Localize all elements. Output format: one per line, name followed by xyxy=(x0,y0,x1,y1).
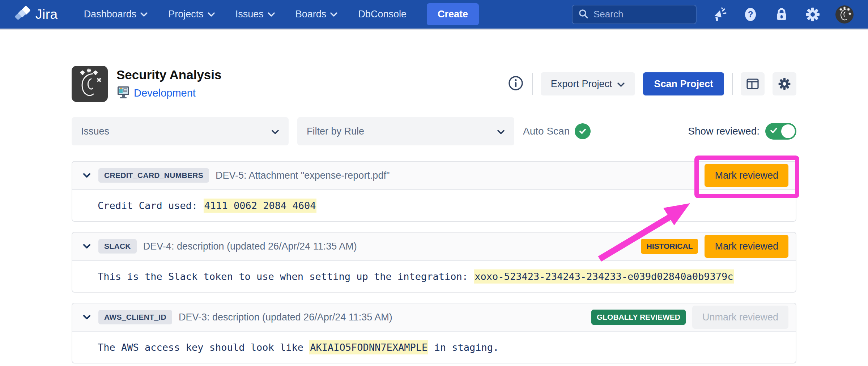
lock-icon[interactable] xyxy=(773,6,790,23)
finding-secret-highlight: xoxo-523423-234243-234233-e039d02840a0b9… xyxy=(474,269,734,284)
chevron-down-icon[interactable] xyxy=(82,173,91,178)
rule-filter-label: Filter by Rule xyxy=(307,126,364,137)
chevron-down-icon xyxy=(271,126,279,137)
nav-right-cluster: ? xyxy=(572,5,854,24)
finding-text: Credit Card used: 4111 0062 2084 4604 xyxy=(98,200,316,211)
filter-row: Issues Filter by Rule Auto Scan Show rev… xyxy=(72,117,796,145)
show-reviewed-control: Show reviewed: xyxy=(688,123,796,140)
nav-item-label: DbConsole xyxy=(358,9,407,20)
issues-filter-select[interactable]: Issues xyxy=(72,117,289,145)
project-meta: Security Analysis Development xyxy=(116,67,222,101)
finding-header: SLACK DEV-4: description (updated 26/Apr… xyxy=(72,233,796,261)
top-navigation: Jira Dashboards Projects Issues Boards xyxy=(0,0,868,30)
finding-text-prefix: Credit Card used: xyxy=(98,200,204,211)
project-header: Security Analysis Development xyxy=(72,66,796,102)
create-button[interactable]: Create xyxy=(427,3,479,25)
rule-filter-select[interactable]: Filter by Rule xyxy=(297,117,514,145)
nav-item-dbconsole[interactable]: DbConsole xyxy=(358,9,407,20)
mark-reviewed-button[interactable]: Mark reviewed xyxy=(705,235,788,258)
settings-icon[interactable] xyxy=(804,6,821,23)
chevron-down-icon xyxy=(330,12,338,17)
panel-layout-icon xyxy=(746,77,760,91)
nav-item-projects[interactable]: Projects xyxy=(168,9,215,20)
finding-content: This is the Slack token to use when sett… xyxy=(72,261,796,292)
finding-header: CREDIT_CARD_NUMBERS DEV-5: Attachment "e… xyxy=(72,162,796,190)
divider xyxy=(732,73,733,95)
chevron-down-icon xyxy=(207,12,215,17)
gear-icon xyxy=(777,77,792,91)
rule-badge: SLACK xyxy=(98,239,137,254)
finding-secret-highlight: 4111 0062 2084 4604 xyxy=(204,199,317,213)
search-input[interactable] xyxy=(593,9,690,20)
show-reviewed-label: Show reviewed: xyxy=(688,125,760,137)
chevron-down-icon xyxy=(267,12,275,17)
rule-badge: CREDIT_CARD_NUMBERS xyxy=(98,168,209,183)
auto-scan-label: Auto Scan xyxy=(523,125,570,137)
jira-logo[interactable]: Jira xyxy=(14,6,58,23)
info-icon[interactable] xyxy=(507,75,524,93)
nav-item-boards[interactable]: Boards xyxy=(295,9,338,20)
announcement-icon[interactable] xyxy=(711,6,728,23)
show-reviewed-toggle[interactable] xyxy=(765,123,796,140)
jira-mark-icon xyxy=(14,6,31,23)
finding-text: The AWS access key should look like AKIA… xyxy=(98,342,499,353)
finding-content: Credit Card used: 4111 0062 2084 4604 xyxy=(72,190,796,221)
export-project-button[interactable]: Export Project xyxy=(541,72,635,95)
finding-content: The AWS access key should look like AKIA… xyxy=(72,332,796,363)
finding-header: AWS_CLIENT_ID DEV-3: description (update… xyxy=(72,303,796,332)
help-icon[interactable]: ? xyxy=(742,6,759,23)
chevron-down-icon xyxy=(497,126,505,137)
auto-scan-status: Auto Scan xyxy=(523,123,591,139)
page-title: Security Analysis xyxy=(116,67,222,82)
finding-text: This is the Slack token to use when sett… xyxy=(98,271,734,282)
finding-actions: GLOBALLY REVIEWED Unmark reviewed xyxy=(591,306,788,329)
chevron-down-icon[interactable] xyxy=(82,243,91,249)
findings-list: CREDIT_CARD_NUMBERS DEV-5: Attachment "e… xyxy=(72,161,796,363)
project-link-development[interactable]: Development xyxy=(134,87,196,99)
panel-layout-button[interactable] xyxy=(741,72,765,95)
finding-title: DEV-4: description (updated 26/Apr/24 11… xyxy=(143,241,357,252)
unmark-reviewed-button[interactable]: Unmark reviewed xyxy=(692,306,788,329)
chevron-down-icon[interactable] xyxy=(82,314,91,320)
search-box[interactable] xyxy=(572,5,697,24)
rule-badge: AWS_CLIENT_ID xyxy=(98,310,172,324)
chevron-down-icon xyxy=(140,12,148,17)
finding-actions: HISTORICAL Mark reviewed xyxy=(641,235,788,258)
brand-name: Jira xyxy=(35,7,58,22)
project-avatar xyxy=(72,66,108,102)
finding-title: DEV-5: Attachment "expense-report.pdf" xyxy=(216,170,390,181)
nav-item-issues[interactable]: Issues xyxy=(235,9,275,20)
project-settings-button[interactable] xyxy=(773,72,796,95)
globally-reviewed-badge: GLOBALLY REVIEWED xyxy=(591,310,686,325)
historical-badge: HISTORICAL xyxy=(641,239,698,254)
user-avatar[interactable] xyxy=(835,5,854,24)
issues-filter-label: Issues xyxy=(81,126,109,137)
nav-item-label: Boards xyxy=(295,9,327,20)
nav-menu: Dashboards Projects Issues Boards DbCons… xyxy=(84,9,407,20)
mark-reviewed-button[interactable]: Mark reviewed xyxy=(705,164,788,187)
development-project-icon xyxy=(116,85,130,101)
check-circle-icon xyxy=(575,123,591,139)
search-icon xyxy=(578,9,588,20)
finding-text-prefix: The AWS access key should look like xyxy=(98,342,309,353)
toggle-check-icon xyxy=(770,126,778,136)
nav-item-dashboards[interactable]: Dashboards xyxy=(84,9,148,20)
toggle-knob xyxy=(781,124,795,138)
export-project-label: Export Project xyxy=(551,78,612,90)
chevron-down-icon xyxy=(617,78,625,90)
svg-text:?: ? xyxy=(748,9,753,19)
finding-row-dev4: SLACK DEV-4: description (updated 26/Apr… xyxy=(72,232,796,293)
finding-row-dev3: AWS_CLIENT_ID DEV-3: description (update… xyxy=(72,303,796,363)
nav-item-label: Dashboards xyxy=(84,9,137,20)
header-actions: Export Project Scan Project xyxy=(507,72,796,95)
scan-project-button[interactable]: Scan Project xyxy=(643,72,724,95)
nav-item-label: Issues xyxy=(235,9,264,20)
main-content: Security Analysis Development xyxy=(72,66,796,363)
divider xyxy=(532,73,533,95)
finding-text-suffix: in staging. xyxy=(428,342,499,353)
finding-title: DEV-3: description (updated 26/Apr/24 11… xyxy=(179,312,392,323)
nav-item-label: Projects xyxy=(168,9,204,20)
project-breadcrumb: Development xyxy=(116,85,222,101)
finding-actions: Mark reviewed xyxy=(705,164,788,187)
finding-secret-highlight: AKIAIO5FODNN7EXAMPLE xyxy=(309,340,428,354)
